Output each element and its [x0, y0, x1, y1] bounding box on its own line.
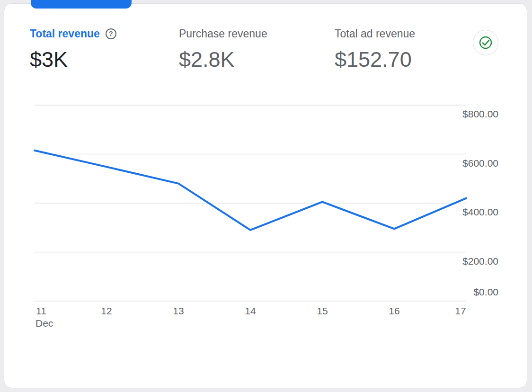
metric-value: $3K — [30, 48, 116, 71]
x-axis-tick-label: 11 — [36, 305, 46, 317]
metric-label-text: Total ad revenue — [335, 27, 415, 40]
y-axis-tick-label: $400.00 — [462, 206, 498, 218]
y-axis-tick-label: $600.00 — [462, 158, 498, 169]
y-axis-tick-label: $200.00 — [462, 256, 498, 267]
metric-label: Total ad revenue — [335, 27, 415, 40]
metric-total-revenue[interactable]: Total revenue ? $3K — [30, 27, 116, 71]
metric-label: Total revenue ? — [30, 27, 116, 40]
x-axis-tick-label: 14 — [245, 305, 256, 317]
metric-value: $2.8K — [179, 48, 267, 71]
x-axis-month-label: Dec — [35, 318, 53, 329]
data-quality-check-icon[interactable] — [473, 30, 498, 55]
x-axis-tick-label: 17 — [455, 305, 466, 317]
x-axis-tick-label: 15 — [317, 305, 328, 317]
y-axis-tick-label: $0.00 — [473, 286, 498, 298]
x-axis-tick-label: 13 — [173, 305, 184, 317]
metric-label-text: Purchase revenue — [179, 27, 267, 40]
y-axis-tick-label: $800.00 — [462, 108, 498, 120]
metric-total-ad-revenue[interactable]: Total ad revenue $152.70 — [335, 27, 415, 71]
metric-label: Purchase revenue — [179, 27, 267, 40]
check-circle-icon — [478, 35, 494, 51]
metric-purchase-revenue[interactable]: Purchase revenue $2.8K — [179, 27, 267, 71]
revenue-line — [35, 151, 466, 230]
help-icon[interactable]: ? — [106, 28, 116, 39]
metric-label-text: Total revenue — [30, 27, 100, 40]
metric-value: $152.70 — [335, 48, 415, 71]
x-axis-tick-label: 16 — [389, 305, 399, 317]
check-mark — [483, 40, 489, 45]
check-circle-ring — [480, 37, 491, 48]
x-axis-tick-label: 12 — [101, 305, 112, 317]
gridlines — [35, 105, 466, 301]
selected-tab-indicator[interactable] — [31, 0, 132, 9]
